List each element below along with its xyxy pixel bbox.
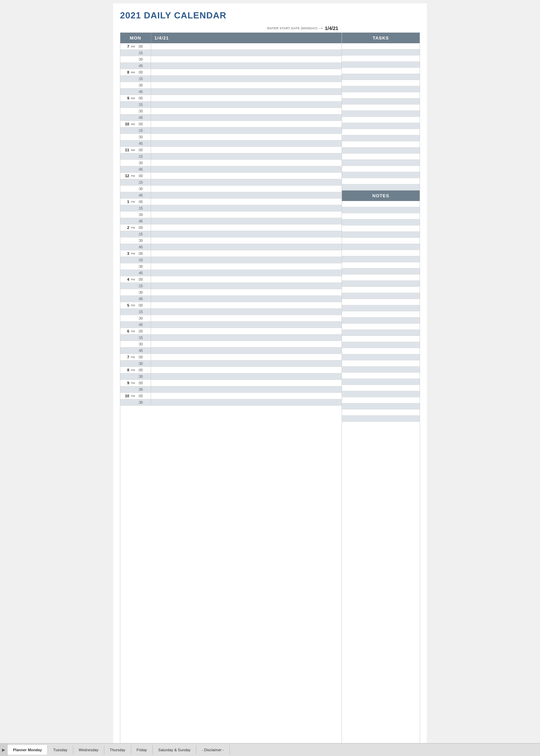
note-row[interactable] (342, 213, 420, 219)
note-row[interactable] (342, 287, 420, 293)
tab-nav-prev[interactable]: ▶ (0, 744, 7, 756)
task-row[interactable] (342, 117, 420, 123)
task-row[interactable] (342, 135, 420, 141)
event-cell[interactable] (151, 237, 342, 244)
task-row[interactable] (342, 62, 420, 68)
event-cell[interactable] (151, 121, 342, 127)
event-cell[interactable] (151, 114, 342, 121)
event-cell[interactable] (151, 102, 342, 108)
task-row[interactable] (342, 74, 420, 80)
note-row[interactable] (342, 238, 420, 244)
note-row[interactable] (342, 232, 420, 238)
event-cell[interactable] (151, 63, 342, 69)
task-row[interactable] (342, 43, 420, 49)
event-cell[interactable] (151, 296, 342, 302)
note-row[interactable] (342, 397, 420, 403)
event-cell[interactable] (151, 140, 342, 146)
task-row[interactable] (342, 166, 420, 172)
event-cell[interactable] (151, 341, 342, 347)
event-cell[interactable] (151, 95, 342, 101)
event-cell[interactable] (151, 225, 342, 231)
note-row[interactable] (342, 318, 420, 324)
note-row[interactable] (342, 391, 420, 397)
task-row[interactable] (342, 68, 420, 74)
event-cell[interactable] (151, 153, 342, 159)
task-row[interactable] (342, 160, 420, 166)
event-cell[interactable] (151, 218, 342, 224)
event-cell[interactable] (151, 367, 342, 373)
event-cell[interactable] (151, 147, 342, 153)
note-row[interactable] (342, 373, 420, 379)
event-cell[interactable] (151, 322, 342, 328)
event-cell[interactable] (151, 283, 342, 289)
task-row[interactable] (342, 141, 420, 148)
note-row[interactable] (342, 219, 420, 226)
event-cell[interactable] (151, 160, 342, 166)
event-cell[interactable] (151, 309, 342, 315)
note-row[interactable] (342, 360, 420, 367)
event-cell[interactable] (151, 386, 342, 392)
task-row[interactable] (342, 123, 420, 129)
task-row[interactable] (342, 111, 420, 117)
note-row[interactable] (342, 256, 420, 262)
tab-saturday-sunday[interactable]: Saturday & Sunday (153, 745, 196, 755)
event-cell[interactable] (151, 276, 342, 282)
event-cell[interactable] (151, 108, 342, 114)
task-row[interactable] (342, 80, 420, 86)
event-cell[interactable] (151, 186, 342, 192)
note-row[interactable] (342, 416, 420, 422)
task-row[interactable] (342, 49, 420, 56)
event-cell[interactable] (151, 192, 342, 198)
note-row[interactable] (342, 268, 420, 275)
event-cell[interactable] (151, 250, 342, 257)
note-row[interactable] (342, 201, 420, 207)
event-cell[interactable] (151, 179, 342, 185)
note-row[interactable] (342, 324, 420, 330)
event-cell[interactable] (151, 76, 342, 82)
task-row[interactable] (342, 178, 420, 184)
tab-disclaimer[interactable]: - Disclaimer - (196, 745, 230, 755)
task-row[interactable] (342, 56, 420, 62)
task-row[interactable] (342, 129, 420, 135)
event-cell[interactable] (151, 354, 342, 360)
event-cell[interactable] (151, 393, 342, 399)
event-cell[interactable] (151, 315, 342, 321)
event-cell[interactable] (151, 360, 342, 367)
note-row[interactable] (342, 226, 420, 232)
note-row[interactable] (342, 336, 420, 342)
event-cell[interactable] (151, 199, 342, 205)
event-cell[interactable] (151, 50, 342, 56)
note-row[interactable] (342, 330, 420, 336)
note-row[interactable] (342, 250, 420, 256)
event-cell[interactable] (151, 399, 342, 405)
event-cell[interactable] (151, 82, 342, 88)
note-row[interactable] (342, 262, 420, 268)
event-cell[interactable] (151, 166, 342, 172)
task-row[interactable] (342, 92, 420, 98)
event-cell[interactable] (151, 270, 342, 276)
event-cell[interactable] (151, 289, 342, 295)
task-row[interactable] (342, 172, 420, 178)
note-row[interactable] (342, 305, 420, 311)
note-row[interactable] (342, 342, 420, 348)
note-row[interactable] (342, 410, 420, 416)
note-row[interactable] (342, 311, 420, 318)
event-cell[interactable] (151, 89, 342, 95)
event-cell[interactable] (151, 335, 342, 341)
event-cell[interactable] (151, 212, 342, 218)
note-row[interactable] (342, 281, 420, 287)
event-cell[interactable] (151, 348, 342, 354)
event-cell[interactable] (151, 302, 342, 308)
tab-wednesday[interactable]: Wednesday (73, 745, 104, 755)
task-row[interactable] (342, 98, 420, 105)
note-row[interactable] (342, 385, 420, 391)
tab-friday[interactable]: Friday (131, 745, 153, 755)
event-cell[interactable] (151, 244, 342, 250)
event-cell[interactable] (151, 373, 342, 380)
note-row[interactable] (342, 367, 420, 373)
event-cell[interactable] (151, 134, 342, 140)
note-row[interactable] (342, 348, 420, 354)
tab-tuesday[interactable]: Tuesday (48, 745, 73, 755)
note-row[interactable] (342, 275, 420, 281)
event-cell[interactable] (151, 43, 342, 49)
